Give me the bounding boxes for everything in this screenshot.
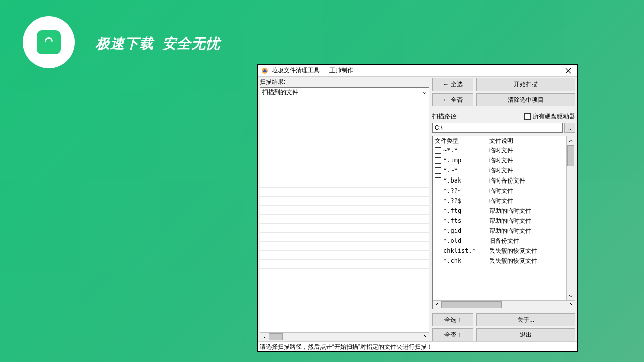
type-pattern: chklist.* [443,247,476,254]
type-description: 临时文件 [487,197,566,205]
statusbar: 请选择扫描路径，然后点击“开始扫描”对指定的文件夹进行扫描！ [258,341,577,351]
type-pattern: *.bak [443,177,461,184]
results-column-header[interactable]: 扫描到的文件 [262,88,298,97]
type-checkbox[interactable] [435,177,441,184]
scroll-left-icon[interactable] [260,333,269,341]
type-row[interactable]: *.bak临时备份文件 [433,175,566,186]
slogan: 极速下载安全无忧 [96,34,228,53]
bag-icon [37,30,61,54]
type-column-header[interactable]: 文件类型 [433,136,487,145]
file-type-list: 文件类型 文件说明 ~*.*临时文件*.tmp临时文件*.~*临时文件*.bak… [432,136,575,309]
type-checkbox[interactable] [435,167,441,174]
scroll-left-icon[interactable] [433,301,441,309]
type-pattern: *.fts [443,217,461,224]
type-checkbox[interactable] [435,198,441,204]
scan-path-input[interactable]: C:\ [432,123,563,133]
type-pattern: *.gid [443,227,461,234]
app-icon [261,67,269,75]
type-hscroll[interactable] [433,300,575,309]
type-row[interactable]: *.??~临时文件 [433,186,566,196]
type-row[interactable]: *.??$临时文件 [433,196,566,206]
select-none-button[interactable]: ← 全否 [432,93,473,106]
type-pattern: *.old [443,237,461,244]
close-icon [565,68,571,74]
vscroll-thumb[interactable] [567,145,574,166]
results-hscroll[interactable] [260,332,429,341]
close-button[interactable] [562,65,574,77]
type-row[interactable]: *.~*临时文件 [433,165,566,175]
type-pattern: *.??~ [443,187,461,194]
brand-circle [23,16,75,68]
type-pattern: *.ftg [443,207,461,214]
type-row[interactable]: chklist.*丢失簇的恢复文件 [433,246,566,256]
type-checkbox[interactable] [435,238,441,244]
select-all-types-button[interactable]: 全选 ↑ [432,313,473,326]
all-drives-label: 所有硬盘驱动器 [533,112,575,121]
type-row[interactable]: *.ftg帮助的临时文件 [433,206,566,216]
window-title: 垃圾文件清理工具 [272,66,320,75]
type-checkbox[interactable] [435,157,441,164]
clear-selected-button[interactable]: 清除选中项目 [476,93,575,106]
type-row[interactable]: *.gid帮助的临时文件 [433,226,566,236]
type-checkbox[interactable] [435,208,441,214]
type-description: 临时文件 [487,146,566,155]
all-drives-checkbox[interactable] [524,113,531,120]
type-description: 临时文件 [487,166,566,175]
type-description: 临时文件 [487,156,566,165]
type-checkbox[interactable] [435,147,441,154]
desc-column-header[interactable]: 文件说明 [487,136,566,145]
type-checkbox[interactable] [435,188,441,194]
type-description: 丢失簇的恢复文件 [487,247,566,255]
window-subtitle: 王帅制作 [329,66,353,75]
type-description: 临时备份文件 [487,176,566,185]
type-checkbox[interactable] [435,218,441,224]
type-row[interactable]: *.fts帮助的临时文件 [433,216,566,226]
type-row[interactable]: ~*.*临时文件 [433,145,566,155]
type-description: 帮助的临时文件 [487,217,566,225]
type-pattern: *.tmp [443,157,461,164]
scroll-right-icon[interactable] [420,333,429,341]
type-description: 旧备份文件 [487,237,566,245]
results-body [260,97,429,332]
scan-path-label: 扫描路径: [432,112,458,121]
type-description: 帮助的临时文件 [487,227,566,235]
type-vscroll[interactable] [566,145,575,300]
scan-results-label: 扫描结果: [260,78,429,86]
type-checkbox[interactable] [435,228,441,234]
titlebar[interactable]: 垃圾文件清理工具 王帅制作 [258,65,577,77]
type-description: 丢失簇的恢复文件 [487,257,566,265]
app-window: 垃圾文件清理工具 王帅制作 扫描结果: 扫描到的文件 [257,64,578,352]
hscroll-thumb[interactable] [269,333,283,340]
scroll-up-icon[interactable] [566,136,575,145]
type-description: 临时文件 [487,187,566,195]
type-pattern: *.chk [443,257,461,264]
slogan-part-1: 极速下载 [96,36,154,51]
select-all-button[interactable]: ← 全选 [432,78,473,91]
about-button[interactable]: 关于... [476,313,575,326]
start-scan-button[interactable]: 开始扫描 [476,78,575,91]
type-checkbox[interactable] [435,258,441,264]
exit-button[interactable]: 退出 [476,328,575,341]
type-description: 帮助的临时文件 [487,207,566,215]
scroll-right-icon[interactable] [566,301,575,309]
scroll-down-icon[interactable] [567,292,575,300]
browse-button[interactable]: .. [564,123,575,133]
slogan-part-2: 安全无忧 [162,36,220,51]
type-row[interactable]: *.old旧备份文件 [433,236,566,246]
type-pattern: *.??$ [443,197,461,204]
select-none-types-button[interactable]: 全否 ↑ [432,328,473,341]
hscroll-thumb[interactable] [441,301,502,308]
scan-results-list[interactable]: 扫描到的文件 [260,87,429,341]
type-row[interactable]: *.tmp临时文件 [433,155,566,165]
type-checkbox[interactable] [435,248,441,254]
type-row[interactable]: *.chk丢失簇的恢复文件 [433,256,566,266]
column-resize-end-icon[interactable] [420,88,428,97]
type-pattern: *.~* [443,167,458,174]
type-pattern: ~*.* [443,147,458,154]
